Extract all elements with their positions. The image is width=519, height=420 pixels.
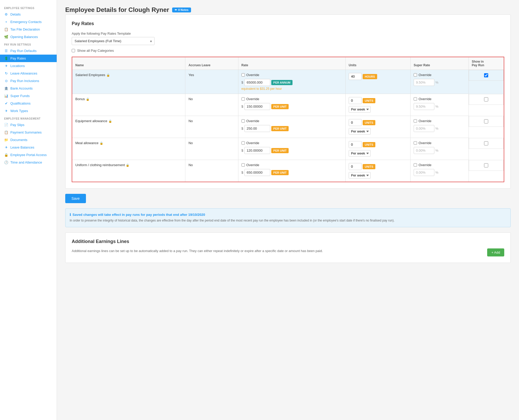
super-override-label[interactable]: Override xyxy=(419,73,432,77)
sidebar-item-leave-balances[interactable]: ✈ Leave Balances xyxy=(0,144,57,151)
lock-icon: 🔒 xyxy=(100,142,103,145)
show-in-pay-run-checkbox[interactable] xyxy=(484,141,488,145)
pay-rates-title: Pay Rates xyxy=(72,21,504,26)
notes-icon: ✏ xyxy=(175,8,177,12)
units-input[interactable] xyxy=(349,119,362,126)
per-week-select[interactable]: Per week xyxy=(349,128,371,135)
super-rate-input[interactable] xyxy=(414,147,434,154)
rate-input[interactable] xyxy=(244,79,270,86)
rate-name: Salaried Employees xyxy=(75,73,105,77)
override-checkbox[interactable] xyxy=(242,119,245,123)
show-all-row: Show all Pay Categories xyxy=(72,49,504,53)
work-types-icon: ✈ xyxy=(4,109,8,113)
super-rate-cell: Override % xyxy=(410,70,469,94)
override-checkbox[interactable] xyxy=(242,73,245,77)
add-earnings-button[interactable]: + Add xyxy=(487,248,504,256)
units-input[interactable] xyxy=(349,141,362,148)
super-rate-input[interactable] xyxy=(414,103,434,110)
payment-summaries-icon: 📋 xyxy=(4,130,8,134)
super-override-label[interactable]: Override xyxy=(419,163,432,167)
rate-input-group: $ PER ANNUM xyxy=(242,79,342,86)
per-week-select[interactable]: Per week xyxy=(349,150,371,157)
sidebar-item-super-funds[interactable]: 📊 Super Funds xyxy=(0,92,57,100)
show-in-pay-run-checkbox[interactable] xyxy=(484,163,488,167)
save-row: Save xyxy=(65,194,511,203)
additional-earnings-desc: Additional earnings lines can be set up … xyxy=(72,248,323,254)
super-rate-input[interactable] xyxy=(414,79,434,86)
rate-badge: PER UNIT xyxy=(271,104,289,109)
sidebar-item-label: Pay Rates xyxy=(10,56,26,60)
override-checkbox[interactable] xyxy=(242,163,245,167)
rate-input[interactable] xyxy=(244,147,270,154)
sidebar-item-pay-run-inclusions[interactable]: ⊙ Pay Run Inclusions xyxy=(0,77,57,85)
show-in-pay-run-checkbox[interactable] xyxy=(484,73,488,77)
rate-input[interactable] xyxy=(244,103,270,110)
super-rate-cell: Override % xyxy=(410,116,469,138)
sidebar-item-locations[interactable]: ✈ Locations xyxy=(0,62,57,70)
units-badge: UNITS xyxy=(363,120,375,125)
sidebar-item-label: Payment Summaries xyxy=(10,130,42,134)
show-all-label[interactable]: Show all Pay Categories xyxy=(77,49,114,53)
sidebar-item-details[interactable]: ⚙ Details xyxy=(0,11,57,18)
sidebar-item-qualifications[interactable]: ✔ Qualifications xyxy=(0,100,57,107)
super-override-checkbox[interactable] xyxy=(414,73,417,77)
lock-icon: 🔒 xyxy=(108,120,112,123)
sidebar-item-opening-balances[interactable]: 🌿 Opening Balances xyxy=(0,33,57,41)
notes-badge[interactable]: ✏ 0 Notes xyxy=(172,8,191,12)
save-button[interactable]: Save xyxy=(65,194,86,203)
units-input[interactable] xyxy=(349,163,362,170)
sidebar-item-pay-rates[interactable]: 💲 Pay Rates xyxy=(0,55,57,62)
show-all-checkbox[interactable] xyxy=(72,49,75,52)
additional-earnings-header: Additional Earnings Lines xyxy=(72,239,504,244)
sidebar: EMPLOYEE SETTINGS ⚙ Details + Emergency … xyxy=(0,0,57,420)
leave-balances-icon: ✈ xyxy=(4,145,8,149)
sidebar-item-label: Leave Balances xyxy=(10,145,34,149)
override-label[interactable]: Override xyxy=(246,119,259,123)
override-label[interactable]: Override xyxy=(246,163,259,167)
sidebar-item-payment-summaries[interactable]: 📋 Payment Summaries xyxy=(0,129,57,136)
units-input[interactable] xyxy=(349,97,362,104)
sidebar-item-work-types[interactable]: ✈ Work Types xyxy=(0,107,57,115)
rate-name: Equipment allowance xyxy=(75,119,107,123)
per-week-select[interactable]: Per week xyxy=(349,172,371,179)
sidebar-item-leave-allowances[interactable]: ↻ Leave Allowances xyxy=(0,70,57,77)
sidebar-item-time-and-attendance[interactable]: 🕐 Time and Attendance xyxy=(0,159,57,166)
super-override-checkbox[interactable] xyxy=(414,97,417,101)
rate-input[interactable] xyxy=(244,169,270,176)
super-rate-input[interactable] xyxy=(414,125,434,132)
super-override-checkbox[interactable] xyxy=(414,141,417,145)
super-override-checkbox[interactable] xyxy=(414,163,417,167)
accrues-leave-cell: No xyxy=(185,116,238,138)
override-checkbox[interactable] xyxy=(242,141,245,145)
show-in-pay-run-checkbox[interactable] xyxy=(484,119,488,123)
rate-name-cell: Salaried Employees🔒 xyxy=(72,70,185,94)
sidebar-item-pay-run-defaults[interactable]: ☰ Pay Run Defaults xyxy=(0,47,57,55)
sidebar-item-label: Employee Portal Access xyxy=(10,153,47,157)
show-in-pay-run-checkbox[interactable] xyxy=(484,97,488,101)
units-input[interactable] xyxy=(349,73,362,80)
th-show-in-pay-run: Show inPay Run xyxy=(469,57,504,70)
override-label[interactable]: Override xyxy=(246,97,259,101)
template-dropdown[interactable]: Salaried Employees (Full Time) xyxy=(72,37,155,45)
sidebar-item-pay-slips[interactable]: 📄 Pay Slips xyxy=(0,121,57,129)
super-override-label[interactable]: Override xyxy=(419,119,432,123)
super-rate-input[interactable] xyxy=(414,169,434,176)
rate-input[interactable] xyxy=(244,125,270,132)
override-checkbox[interactable] xyxy=(242,97,245,101)
sidebar-item-emergency-contacts[interactable]: + Emergency Contacts xyxy=(0,18,57,26)
sidebar-item-label: Time and Attendance xyxy=(10,160,42,164)
sidebar-item-employee-portal-access[interactable]: 🔒 Employee Portal Access xyxy=(0,151,57,159)
show-in-pay-run-cell xyxy=(469,138,504,149)
sidebar-item-tax-file[interactable]: 📋 Tax File Declaration xyxy=(0,26,57,33)
per-week-select[interactable]: Per week xyxy=(349,106,371,113)
super-override-checkbox[interactable] xyxy=(414,119,417,123)
override-label[interactable]: Override xyxy=(246,141,259,145)
rate-badge: PER UNIT xyxy=(271,126,289,131)
override-label[interactable]: Override xyxy=(246,73,259,77)
sidebar-item-documents[interactable]: 📁 Documents xyxy=(0,136,57,144)
pay-rates-table: Name Accrues Leave Rate Units Super Rate… xyxy=(72,57,504,182)
super-override-label[interactable]: Override xyxy=(419,97,432,101)
sidebar-item-bank-accounts[interactable]: 🏦 Bank Accounts xyxy=(0,85,57,92)
pay-rates-section: Pay Rates Apply the following Pay Rates … xyxy=(65,14,511,189)
super-override-label[interactable]: Override xyxy=(419,141,432,145)
